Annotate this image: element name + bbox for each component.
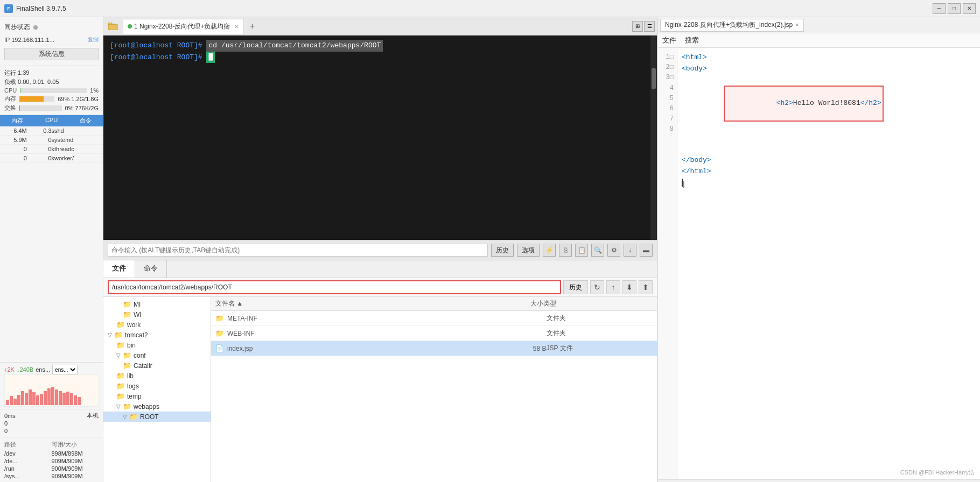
proc-mem: 0	[2, 146, 27, 152]
close-btn[interactable]: ✕	[963, 3, 976, 14]
file-type: 文件夹	[547, 314, 653, 323]
upload-icon-btn[interactable]: ⬆	[639, 280, 653, 294]
tree-item-work[interactable]: 📁 work	[103, 320, 211, 330]
minimize-btn[interactable]: ─	[933, 3, 946, 14]
tree-item-root[interactable]: ▽ 📁 ROOT	[103, 412, 211, 422]
tree-label: Catalir	[134, 362, 152, 370]
path-history-btn[interactable]: 历史	[563, 280, 588, 294]
code-line-1: <html>	[682, 52, 976, 63]
disk-space: 909M/909M	[52, 458, 99, 464]
net-select[interactable]: ens...	[52, 365, 78, 374]
chart-bar	[55, 389, 58, 405]
file-list: 文件名 ▲ 大小 类型 📁 META-INF 文件夹 📁 WEB-INF	[211, 297, 657, 482]
tree-label: temp	[127, 393, 142, 400]
tree-item-tomcat2[interactable]: ▽ 📁 tomcat2	[103, 330, 211, 340]
options-btn[interactable]: 选项	[517, 244, 540, 257]
folder-icon: 📁	[123, 310, 131, 318]
file-type: 文件夹	[547, 329, 653, 338]
terminal-area[interactable]: [root@localhost ROOT]# cd /usr/local/tom…	[103, 36, 657, 240]
process-row[interactable]: 0 0 kworker/	[0, 154, 103, 163]
folder-icon: 📁	[116, 321, 125, 329]
folder-icon: 📁	[116, 372, 125, 380]
tree-label: work	[127, 321, 141, 329]
menu-item-search[interactable]: 搜索	[685, 36, 699, 45]
layout-btn-list[interactable]: ☰	[644, 21, 655, 32]
chart-bar	[62, 393, 66, 405]
code-line-4	[682, 133, 976, 144]
tree-label: ROOT	[140, 413, 159, 421]
tree-item-catalir[interactable]: 📁 Catalir	[103, 360, 211, 371]
swap-detail: 776K/2G	[75, 105, 99, 111]
file-tab-files[interactable]: 文件	[103, 260, 135, 278]
copy-ip-btn[interactable]: 复制	[88, 36, 99, 44]
settings-icon-btn[interactable]: ⚙	[607, 244, 620, 257]
running-label: 运行 1:39	[4, 69, 29, 77]
layout-btn-grid[interactable]: ⊞	[632, 21, 643, 32]
history-btn[interactable]: 历史	[491, 244, 514, 257]
maximize-btn[interactable]: □	[948, 3, 961, 14]
tree-item-webapps[interactable]: ▽ 📁 webapps	[103, 401, 211, 412]
chart-bar	[21, 391, 24, 405]
tab-bar-right: ⊞ ☰	[632, 21, 655, 32]
process-row[interactable]: 0 0 kthreadc	[0, 145, 103, 154]
tree-item-temp[interactable]: 📁 temp	[103, 391, 211, 401]
net-down: ↓240B	[17, 366, 33, 373]
process-row[interactable]: 5.9M 0 systemd	[0, 136, 103, 145]
file-row-web-inf[interactable]: 📁 WEB-INF 文件夹	[211, 326, 657, 341]
code-tag: <html>	[682, 53, 707, 61]
down-icon-btn[interactable]: ↓	[624, 244, 636, 257]
proc-cpu: 0	[27, 146, 52, 152]
net-row: ↑2K ↓240B ens... ens...	[4, 365, 99, 374]
net-chart: 112K 77K 38K	[4, 374, 99, 407]
tab-add-btn[interactable]: +	[246, 20, 258, 33]
sidebar: 同步状态 IP 192.168.111.1... 复制 系统信息 运行 1:39…	[0, 17, 103, 482]
download-icon-btn[interactable]: ⬇	[622, 280, 636, 294]
tree-item-logs[interactable]: 📁 logs	[103, 381, 211, 391]
process-header-mem: 内存	[0, 115, 34, 126]
copy-icon-btn[interactable]: ⎘	[559, 244, 572, 257]
terminal-command-1: cd /usr/local/tomcat/tomcat2/webapps/ROO…	[206, 40, 383, 52]
code-area[interactable]: <html> <body> <h2>Hello World!8081</h2> …	[677, 48, 980, 479]
file-row-meta-inf[interactable]: 📁 META-INF 文件夹	[211, 311, 657, 326]
sync-status: 同步状态	[4, 20, 99, 34]
terminal-input[interactable]	[108, 244, 488, 257]
tree-item-bin[interactable]: 📁 bin	[103, 340, 211, 350]
editor-tab[interactable]: Nginx-2208-反向代理+负载均衡_index(2).jsp ✕	[660, 19, 804, 32]
col-type: 类型	[543, 299, 653, 308]
cpu-row: CPU 1%	[4, 87, 99, 94]
copy2-icon-btn[interactable]: 📋	[575, 244, 588, 257]
file-tab-commands[interactable]: 命令	[135, 260, 167, 278]
folder-icon-btn[interactable]	[106, 19, 121, 34]
expand-icon: ▽	[108, 332, 114, 338]
up-dir-icon-btn[interactable]: ↑	[606, 280, 620, 294]
cpu-bar-container	[20, 88, 87, 93]
refresh-icon-btn[interactable]: ↻	[590, 280, 604, 294]
terminal-scrollbar[interactable]	[650, 36, 657, 240]
editor-tab-close-btn[interactable]: ✕	[795, 22, 799, 28]
tree-item-mi[interactable]: 📁 MI	[103, 299, 211, 309]
file-row-index-jsp[interactable]: 📄 index.jsp 58 B JSP 文件	[211, 341, 657, 356]
process-row[interactable]: 6.4M 0.3 sshd	[0, 126, 103, 136]
sys-info-btn[interactable]: 系统信息	[4, 48, 99, 60]
search-icon-btn[interactable]: 🔍	[591, 244, 604, 257]
main-tab[interactable]: 1 Nginx-2208-反向代理+负载均衡 ✕	[123, 19, 243, 34]
tab-close-btn[interactable]: ✕	[234, 24, 239, 30]
lightning-icon-btn[interactable]: ⚡	[543, 244, 556, 257]
proc-cpu: 0	[27, 137, 52, 143]
tree-item-conf[interactable]: ▽ 📁 conf	[103, 350, 211, 360]
tree-item-wi[interactable]: 📁 WI	[103, 309, 211, 320]
menu-item-file[interactable]: 文件	[662, 36, 676, 45]
net-up: ↑2K	[4, 366, 15, 373]
monitor-icon-btn[interactable]: ▬	[640, 244, 653, 257]
tree-item-lib[interactable]: 📁 lib	[103, 371, 211, 381]
file-type: JSP 文件	[547, 344, 653, 353]
chart-lines	[5, 375, 98, 406]
main-container: 同步状态 IP 192.168.111.1... 复制 系统信息 运行 1:39…	[0, 17, 980, 482]
file-path-input[interactable]	[108, 280, 561, 294]
terminal-line-2: [root@localhost ROOT]# █	[110, 52, 650, 63]
proc-cmd: kworker/	[52, 155, 101, 161]
cursor: |	[682, 179, 683, 187]
mem-detail: 1.2G/1.8G	[71, 96, 99, 102]
latency-value: 0ms	[4, 413, 16, 419]
latency-row: 0ms 本机	[4, 412, 99, 420]
